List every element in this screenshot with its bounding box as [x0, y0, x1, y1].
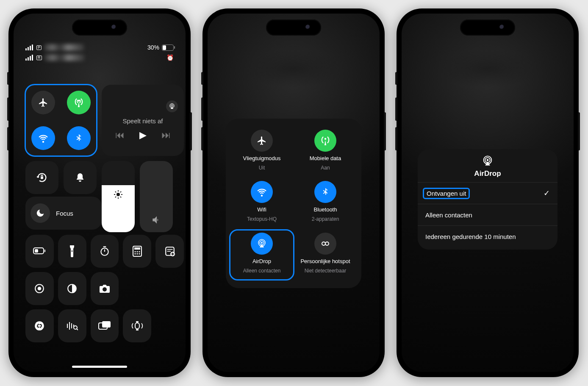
- focus-button[interactable]: Focus: [25, 197, 102, 230]
- bluetooth-icon: [321, 187, 330, 197]
- play-button[interactable]: ▶: [139, 130, 147, 141]
- brightness-slider[interactable]: [102, 161, 135, 232]
- airdrop-option-everyone[interactable]: Iedereen gedurende 10 minuten: [418, 225, 557, 247]
- airdrop-option-off[interactable]: Ontvangen uit ✓: [418, 182, 557, 204]
- cellular-data-item[interactable]: Mobiele data Aan: [294, 127, 357, 177]
- svg-point-22: [136, 251, 138, 253]
- phone-frame-1: P ████████ 30% R ████████: [8, 8, 191, 377]
- svg-line-42: [77, 329, 78, 330]
- brightness-icon: [113, 189, 123, 200]
- next-track-button[interactable]: ⏭: [161, 130, 171, 141]
- sound-recognition-button[interactable]: [58, 309, 86, 342]
- svg-point-2: [172, 105, 173, 106]
- battery-icon: [162, 44, 174, 51]
- svg-point-16: [101, 248, 108, 255]
- battery-icon: [33, 247, 46, 255]
- bluetooth-toggle[interactable]: [67, 126, 91, 150]
- bluetooth-item[interactable]: Bluetooth 2-apparaten: [294, 178, 357, 228]
- battery-percent-label: 30%: [147, 44, 159, 51]
- phone-frame-2: Vliegtuigmodus Uit Mobiele data Aan Wifi…: [202, 8, 385, 377]
- volume-slider[interactable]: [140, 161, 173, 232]
- airplane-sub: Uit: [259, 165, 265, 171]
- carrier-1-label: ████████: [44, 44, 84, 51]
- airplane-mode-item[interactable]: Vliegtuigmodus Uit: [230, 127, 294, 177]
- airplane-icon: [38, 97, 48, 108]
- wifi-toggle[interactable]: [31, 126, 55, 150]
- home-indicator[interactable]: [72, 366, 127, 368]
- media-controls-tile[interactable]: Speelt niets af ⏮ ▶ ⏭: [102, 85, 184, 156]
- wifi-icon: [256, 186, 267, 197]
- svg-point-34: [38, 287, 42, 291]
- shazam-button[interactable]: [25, 309, 54, 342]
- svg-point-41: [74, 326, 77, 329]
- status-bar: P ████████ 30% R ████████: [14, 42, 186, 63]
- hotspot-sub: Niet detecteerbaar: [305, 268, 347, 274]
- svg-rect-45: [135, 323, 139, 329]
- svg-rect-46: [136, 321, 139, 322]
- svg-point-55: [487, 159, 489, 161]
- mirror-icon: [98, 321, 111, 331]
- orientation-lock-icon: [36, 172, 48, 183]
- calculator-button[interactable]: [123, 235, 151, 268]
- apple-watch-ping-button[interactable]: [123, 309, 151, 342]
- low-power-mode-button[interactable]: [25, 235, 54, 268]
- phone-frame-3: AirDrop Ontvangen uit ✓ Alleen contacten…: [397, 8, 579, 377]
- carrier-2-label: ████████: [44, 54, 85, 61]
- bluetooth-sub: 2-apparaten: [312, 216, 339, 222]
- airdrop-option-contacts[interactable]: Alleen contacten: [418, 204, 557, 225]
- cellular-bars-icon: [25, 44, 33, 50]
- camera-icon: [99, 284, 111, 293]
- airdrop-item[interactable]: AirDrop Alleen contacten: [230, 230, 294, 280]
- airplane-icon: [257, 136, 267, 146]
- focus-label: Focus: [56, 210, 73, 217]
- now-playing-label: Speelt niets af: [108, 117, 178, 125]
- connectivity-panel: Vliegtuigmodus Uit Mobiele data Aan Wifi…: [226, 119, 361, 288]
- note-plus-icon: [164, 246, 175, 257]
- shortcuts-grid: [25, 235, 184, 342]
- cellular-antenna-icon: [320, 135, 331, 146]
- cellular-title: Mobiele data: [310, 155, 341, 161]
- shazam-icon: [34, 320, 45, 331]
- silent-mode-button[interactable]: [64, 161, 97, 194]
- orientation-lock-button[interactable]: [25, 161, 58, 194]
- svg-line-12: [120, 192, 121, 192]
- previous-track-button[interactable]: ⏮: [115, 130, 125, 141]
- camera-button[interactable]: [91, 272, 119, 305]
- airdrop-icon: [482, 155, 494, 167]
- svg-point-21: [134, 251, 136, 253]
- wifi-item[interactable]: Wifi Textopus-HQ: [230, 178, 294, 228]
- svg-line-10: [120, 197, 121, 197]
- cellular-data-toggle[interactable]: [67, 91, 91, 114]
- contrast-icon: [67, 283, 78, 294]
- airdrop-option-everyone-label: Iedereen gedurende 10 minuten: [425, 233, 516, 240]
- wifi-title: Wifi: [257, 206, 266, 213]
- screen-control-center: P ████████ 30% R ████████: [14, 14, 186, 372]
- flashlight-icon: [69, 245, 75, 257]
- airplane-mode-toggle[interactable]: [31, 91, 55, 114]
- volume-icon: [151, 214, 162, 225]
- dark-mode-button[interactable]: [58, 272, 86, 305]
- airdrop-menu-title: AirDrop: [474, 169, 501, 178]
- flashlight-button[interactable]: [58, 235, 86, 268]
- timer-button[interactable]: [91, 235, 119, 268]
- cellular-sub: Aan: [321, 165, 330, 171]
- wifi-icon: [38, 133, 49, 144]
- svg-point-4: [116, 193, 120, 196]
- record-icon: [34, 283, 45, 294]
- quick-note-button[interactable]: [155, 235, 184, 268]
- watch-ping-icon: [131, 320, 144, 331]
- screen-record-button[interactable]: [25, 272, 54, 305]
- sim1-tag: P: [36, 45, 42, 50]
- svg-point-24: [134, 253, 136, 255]
- svg-point-52: [325, 242, 329, 245]
- screen-mirroring-button[interactable]: [91, 309, 119, 342]
- hotspot-icon: [320, 239, 330, 249]
- hotspot-item[interactable]: Persoonlijke hotspot Niet detecteerbaar: [294, 230, 357, 280]
- connectivity-cluster[interactable]: [25, 85, 97, 156]
- svg-point-26: [139, 253, 140, 255]
- waveform-search-icon: [66, 321, 78, 330]
- sim2-tag: R: [36, 56, 42, 60]
- screen-airdrop-options: AirDrop Ontvangen uit ✓ Alleen contacten…: [402, 14, 574, 372]
- airplay-button[interactable]: [166, 100, 178, 112]
- svg-line-11: [115, 197, 116, 197]
